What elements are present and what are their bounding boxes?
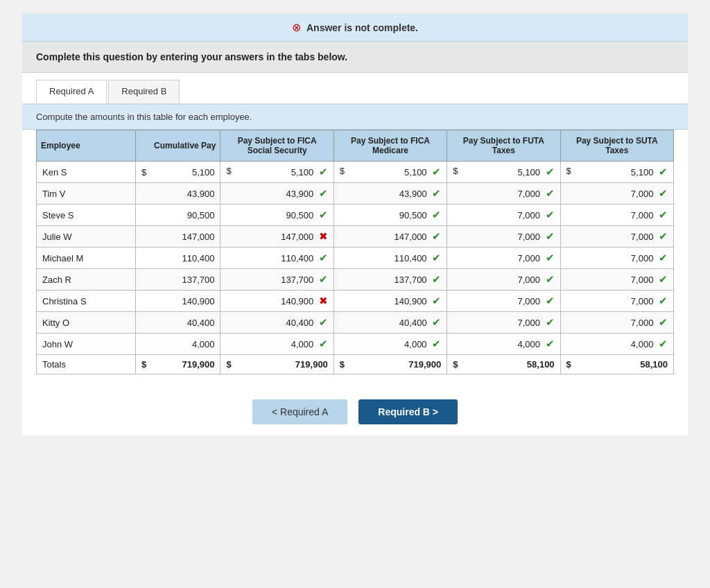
cell-futa: 7,000 ✔ <box>447 226 560 248</box>
cell-suta: 7,000 ✔ <box>560 248 673 269</box>
col-header-employee: Employee <box>37 130 136 162</box>
col-header-futa: Pay Subject to FUTA Taxes <box>447 130 560 162</box>
cell-futa: $5,100 ✔ <box>447 162 560 183</box>
cell-futa: 7,000 ✔ <box>447 183 560 205</box>
cell-fica-med: 4,000 ✔ <box>334 334 447 355</box>
table-row: Michael M110,400110,400 ✔110,400 ✔7,000 … <box>37 248 674 269</box>
cell-cum-pay: 40,400 <box>135 312 220 334</box>
cell-suta: 7,000 ✔ <box>560 312 673 334</box>
cell-futa: 7,000 ✔ <box>447 269 560 291</box>
cell-employee: Kitty O <box>37 312 136 334</box>
totals-cell-5: $58,100 <box>560 355 673 374</box>
cell-suta: 7,000 ✔ <box>560 183 673 205</box>
cell-fica-ss: 147,000 ✖ <box>220 226 334 248</box>
cell-fica-ss: 140,900 ✖ <box>220 291 334 312</box>
cell-suta: 7,000 ✔ <box>560 269 673 291</box>
cell-suta: 4,000 ✔ <box>560 334 673 355</box>
cell-fica-med: 147,000 ✔ <box>334 226 447 248</box>
totals-row: Totals$719,900$719,900$719,900$58,100$58… <box>37 355 674 374</box>
nav-buttons: < Required A Required B > <box>22 388 688 435</box>
cell-fica-med: 110,400 ✔ <box>334 248 447 269</box>
cell-futa: 7,000 ✔ <box>447 205 560 226</box>
next-button[interactable]: Required B > <box>358 399 458 424</box>
prev-button[interactable]: < Required A <box>252 399 347 424</box>
cell-fica-med: 90,500 ✔ <box>334 205 447 226</box>
cell-fica-ss: 90,500 ✔ <box>220 205 334 226</box>
cell-fica-ss: 110,400 ✔ <box>220 248 334 269</box>
cell-cum-pay: $5,100 <box>135 162 220 183</box>
col-header-cum-pay: Cumulative Pay <box>135 130 220 162</box>
cell-suta: 7,000 ✔ <box>560 226 673 248</box>
cell-cum-pay: 147,000 <box>135 226 220 248</box>
cell-fica-med: 40,400 ✔ <box>334 312 447 334</box>
cell-futa: 7,000 ✔ <box>447 248 560 269</box>
cell-employee: Tim V <box>37 183 136 205</box>
cell-suta: $5,100 ✔ <box>560 162 673 183</box>
cell-employee: Zach R <box>37 269 136 291</box>
totals-cell-3: $719,900 <box>334 355 447 374</box>
data-table: Employee Cumulative Pay Pay Subject to F… <box>36 130 674 374</box>
tabs-area: Required A Required B <box>22 73 688 105</box>
cell-futa: 7,000 ✔ <box>447 291 560 312</box>
cell-fica-ss: 40,400 ✔ <box>220 312 334 334</box>
cell-employee: John W <box>37 334 136 355</box>
cell-fica-med: 137,700 ✔ <box>334 269 447 291</box>
cell-fica-ss: 43,900 ✔ <box>220 183 334 205</box>
totals-cell-1: $719,900 <box>135 355 220 374</box>
alert-bar: ⊗ Answer is not complete. <box>22 14 688 42</box>
table-row: Kitty O40,40040,400 ✔40,400 ✔7,000 ✔7,00… <box>37 312 674 334</box>
table-row: Zach R137,700137,700 ✔137,700 ✔7,000 ✔7,… <box>37 269 674 291</box>
table-row: Ken S$5,100$5,100 ✔$5,100 ✔$5,100 ✔$5,10… <box>37 162 674 183</box>
cell-fica-med: $5,100 ✔ <box>334 162 447 183</box>
col-header-fica-ss: Pay Subject to FICA Social Security <box>220 130 334 162</box>
alert-text: Answer is not complete. <box>306 22 418 33</box>
cell-cum-pay: 90,500 <box>135 205 220 226</box>
cell-cum-pay: 43,900 <box>135 183 220 205</box>
table-row: Julie W147,000147,000 ✖147,000 ✔7,000 ✔7… <box>37 226 674 248</box>
cell-employee: Christina S <box>37 291 136 312</box>
cell-futa: 4,000 ✔ <box>447 334 560 355</box>
table-row: Steve S90,50090,500 ✔90,500 ✔7,000 ✔7,00… <box>37 205 674 226</box>
cell-fica-ss: 137,700 ✔ <box>220 269 334 291</box>
table-row: Christina S140,900140,900 ✖140,900 ✔7,00… <box>37 291 674 312</box>
tab-required-a[interactable]: Required A <box>36 80 107 103</box>
cell-suta: 7,000 ✔ <box>560 291 673 312</box>
instruction-text: Complete this question by entering your … <box>36 51 347 62</box>
cell-futa: 7,000 ✔ <box>447 312 560 334</box>
totals-cell-4: $58,100 <box>447 355 560 374</box>
tab-required-b[interactable]: Required B <box>108 80 180 103</box>
cell-fica-med: 43,900 ✔ <box>334 183 447 205</box>
table-wrapper: Employee Cumulative Pay Pay Subject to F… <box>22 130 688 388</box>
cell-fica-med: 140,900 ✔ <box>334 291 447 312</box>
col-header-fica-med: Pay Subject to FICA Medicare <box>334 130 447 162</box>
totals-cell-2: $719,900 <box>220 355 334 374</box>
col-header-suta: Pay Subject to SUTA Taxes <box>560 130 673 162</box>
cell-employee: Michael M <box>37 248 136 269</box>
alert-icon: ⊗ <box>292 21 301 34</box>
instruction-bar: Complete this question by entering your … <box>22 42 688 73</box>
cell-fica-ss: $5,100 ✔ <box>220 162 334 183</box>
table-row: John W4,0004,000 ✔4,000 ✔4,000 ✔4,000 ✔ <box>37 334 674 355</box>
cell-fica-ss: 4,000 ✔ <box>220 334 334 355</box>
cell-employee: Ken S <box>37 162 136 183</box>
cell-employee: Julie W <box>37 226 136 248</box>
subinstruction: Compute the amounts in this table for ea… <box>22 105 688 130</box>
cell-cum-pay: 4,000 <box>135 334 220 355</box>
cell-suta: 7,000 ✔ <box>560 205 673 226</box>
cell-cum-pay: 140,900 <box>135 291 220 312</box>
cell-employee: Steve S <box>37 205 136 226</box>
table-row: Tim V43,90043,900 ✔43,900 ✔7,000 ✔7,000 … <box>37 183 674 205</box>
totals-cell-0: Totals <box>37 355 136 374</box>
cell-cum-pay: 110,400 <box>135 248 220 269</box>
cell-cum-pay: 137,700 <box>135 269 220 291</box>
